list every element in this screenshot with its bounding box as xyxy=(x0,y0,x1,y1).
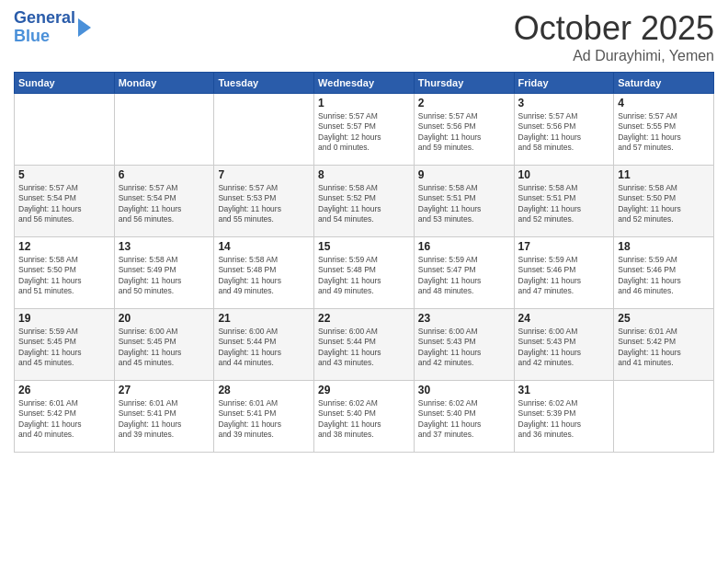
day-number: 16 xyxy=(418,240,510,253)
calendar-body: 1Sunrise: 5:57 AM Sunset: 5:57 PM Daylig… xyxy=(15,94,714,453)
day-number: 15 xyxy=(318,240,410,253)
day-cell: 1Sunrise: 5:57 AM Sunset: 5:57 PM Daylig… xyxy=(314,94,415,166)
day-cell: 3Sunrise: 5:57 AM Sunset: 5:56 PM Daylig… xyxy=(514,94,614,166)
day-info: Sunrise: 6:01 AM Sunset: 5:41 PM Dayligh… xyxy=(218,398,310,441)
day-cell: 24Sunrise: 6:00 AM Sunset: 5:43 PM Dayli… xyxy=(514,309,614,381)
day-number: 6 xyxy=(119,168,210,181)
day-info: Sunrise: 5:57 AM Sunset: 5:54 PM Dayligh… xyxy=(18,183,110,225)
day-info: Sunrise: 6:01 AM Sunset: 5:42 PM Dayligh… xyxy=(618,327,710,369)
day-cell: 18Sunrise: 5:59 AM Sunset: 5:46 PM Dayli… xyxy=(614,237,714,309)
day-info: Sunrise: 5:58 AM Sunset: 5:49 PM Dayligh… xyxy=(119,255,210,297)
col-wednesday: Wednesday xyxy=(314,73,415,94)
day-info: Sunrise: 5:59 AM Sunset: 5:45 PM Dayligh… xyxy=(18,327,110,369)
day-info: Sunrise: 5:58 AM Sunset: 5:51 PM Dayligh… xyxy=(418,183,510,225)
day-info: Sunrise: 6:00 AM Sunset: 5:43 PM Dayligh… xyxy=(518,327,610,369)
day-cell xyxy=(114,94,214,166)
day-info: Sunrise: 6:02 AM Sunset: 5:40 PM Dayligh… xyxy=(418,398,510,441)
day-number: 12 xyxy=(18,240,110,253)
day-info: Sunrise: 6:01 AM Sunset: 5:41 PM Dayligh… xyxy=(119,398,210,441)
day-cell: 28Sunrise: 6:01 AM Sunset: 5:41 PM Dayli… xyxy=(214,381,314,453)
day-cell: 20Sunrise: 6:00 AM Sunset: 5:45 PM Dayli… xyxy=(114,309,214,381)
day-info: Sunrise: 5:58 AM Sunset: 5:51 PM Dayligh… xyxy=(518,183,610,225)
day-info: Sunrise: 6:00 AM Sunset: 5:44 PM Dayligh… xyxy=(218,327,310,369)
day-number: 8 xyxy=(318,168,410,181)
day-cell: 7Sunrise: 5:57 AM Sunset: 5:53 PM Daylig… xyxy=(214,166,314,237)
day-info: Sunrise: 5:57 AM Sunset: 5:57 PM Dayligh… xyxy=(318,111,410,154)
logo: General Blue xyxy=(14,9,91,46)
day-number: 22 xyxy=(318,312,410,325)
day-number: 25 xyxy=(618,312,710,325)
day-number: 1 xyxy=(318,97,410,109)
week-row-1: 1Sunrise: 5:57 AM Sunset: 5:57 PM Daylig… xyxy=(15,94,714,166)
day-number: 14 xyxy=(218,240,310,253)
day-info: Sunrise: 5:57 AM Sunset: 5:54 PM Dayligh… xyxy=(119,183,210,225)
day-cell: 31Sunrise: 6:02 AM Sunset: 5:39 PM Dayli… xyxy=(514,381,614,453)
col-sunday: Sunday xyxy=(15,73,115,94)
day-number: 28 xyxy=(218,384,310,396)
day-cell: 17Sunrise: 5:59 AM Sunset: 5:46 PM Dayli… xyxy=(514,237,614,309)
calendar-table: Sunday Monday Tuesday Wednesday Thursday… xyxy=(14,72,714,453)
col-thursday: Thursday xyxy=(414,73,514,94)
day-cell xyxy=(614,381,714,453)
day-info: Sunrise: 5:59 AM Sunset: 5:47 PM Dayligh… xyxy=(418,255,510,297)
day-number: 27 xyxy=(119,384,210,396)
logo-arrow-icon xyxy=(78,18,91,37)
day-number: 31 xyxy=(518,384,610,396)
day-info: Sunrise: 5:57 AM Sunset: 5:56 PM Dayligh… xyxy=(518,111,610,154)
day-cell: 22Sunrise: 6:00 AM Sunset: 5:44 PM Dayli… xyxy=(314,309,415,381)
day-number: 19 xyxy=(18,312,110,325)
week-row-5: 26Sunrise: 6:01 AM Sunset: 5:42 PM Dayli… xyxy=(15,381,714,453)
day-cell: 13Sunrise: 5:58 AM Sunset: 5:49 PM Dayli… xyxy=(114,237,214,309)
calendar-header: Sunday Monday Tuesday Wednesday Thursday… xyxy=(15,73,714,94)
day-info: Sunrise: 6:00 AM Sunset: 5:45 PM Dayligh… xyxy=(119,327,210,369)
week-row-3: 12Sunrise: 5:58 AM Sunset: 5:50 PM Dayli… xyxy=(15,237,714,309)
day-info: Sunrise: 5:57 AM Sunset: 5:53 PM Dayligh… xyxy=(218,183,310,225)
day-info: Sunrise: 5:59 AM Sunset: 5:46 PM Dayligh… xyxy=(618,255,710,297)
day-info: Sunrise: 5:59 AM Sunset: 5:46 PM Dayligh… xyxy=(518,255,610,297)
day-cell: 25Sunrise: 6:01 AM Sunset: 5:42 PM Dayli… xyxy=(614,309,714,381)
day-number: 7 xyxy=(218,168,310,181)
day-number: 2 xyxy=(418,97,510,109)
day-number: 29 xyxy=(318,384,410,396)
week-row-4: 19Sunrise: 5:59 AM Sunset: 5:45 PM Dayli… xyxy=(15,309,714,381)
day-cell: 23Sunrise: 6:00 AM Sunset: 5:43 PM Dayli… xyxy=(414,309,514,381)
day-cell: 5Sunrise: 5:57 AM Sunset: 5:54 PM Daylig… xyxy=(15,166,115,237)
day-number: 5 xyxy=(18,168,110,181)
day-info: Sunrise: 5:59 AM Sunset: 5:48 PM Dayligh… xyxy=(318,255,410,297)
day-number: 3 xyxy=(518,97,610,109)
day-number: 30 xyxy=(418,384,510,396)
day-number: 4 xyxy=(618,97,710,109)
col-monday: Monday xyxy=(114,73,214,94)
day-cell: 6Sunrise: 5:57 AM Sunset: 5:54 PM Daylig… xyxy=(114,166,214,237)
day-info: Sunrise: 6:02 AM Sunset: 5:39 PM Dayligh… xyxy=(518,398,610,441)
day-cell: 15Sunrise: 5:59 AM Sunset: 5:48 PM Dayli… xyxy=(314,237,415,309)
day-info: Sunrise: 6:00 AM Sunset: 5:43 PM Dayligh… xyxy=(418,327,510,369)
day-number: 11 xyxy=(618,168,710,181)
col-tuesday: Tuesday xyxy=(214,73,314,94)
day-info: Sunrise: 6:01 AM Sunset: 5:42 PM Dayligh… xyxy=(18,398,110,441)
day-info: Sunrise: 5:58 AM Sunset: 5:52 PM Dayligh… xyxy=(318,183,410,225)
day-cell: 27Sunrise: 6:01 AM Sunset: 5:41 PM Dayli… xyxy=(114,381,214,453)
col-friday: Friday xyxy=(514,73,614,94)
day-cell: 4Sunrise: 5:57 AM Sunset: 5:55 PM Daylig… xyxy=(614,94,714,166)
day-number: 9 xyxy=(418,168,510,181)
day-number: 13 xyxy=(119,240,210,253)
day-cell: 2Sunrise: 5:57 AM Sunset: 5:56 PM Daylig… xyxy=(414,94,514,166)
logo-line1: General xyxy=(14,9,75,28)
day-cell: 29Sunrise: 6:02 AM Sunset: 5:40 PM Dayli… xyxy=(314,381,415,453)
day-cell: 26Sunrise: 6:01 AM Sunset: 5:42 PM Dayli… xyxy=(15,381,115,453)
col-saturday: Saturday xyxy=(614,73,714,94)
page: General Blue October 2025 Ad Durayhimi, … xyxy=(0,0,728,563)
day-info: Sunrise: 5:58 AM Sunset: 5:48 PM Dayligh… xyxy=(218,255,310,297)
day-info: Sunrise: 5:57 AM Sunset: 5:56 PM Dayligh… xyxy=(418,111,510,154)
day-number: 24 xyxy=(518,312,610,325)
day-cell: 8Sunrise: 5:58 AM Sunset: 5:52 PM Daylig… xyxy=(314,166,415,237)
day-number: 17 xyxy=(518,240,610,253)
week-row-2: 5Sunrise: 5:57 AM Sunset: 5:54 PM Daylig… xyxy=(15,166,714,237)
day-cell: 30Sunrise: 6:02 AM Sunset: 5:40 PM Dayli… xyxy=(414,381,514,453)
day-cell: 14Sunrise: 5:58 AM Sunset: 5:48 PM Dayli… xyxy=(214,237,314,309)
day-number: 10 xyxy=(518,168,610,181)
day-number: 21 xyxy=(218,312,310,325)
day-cell: 12Sunrise: 5:58 AM Sunset: 5:50 PM Dayli… xyxy=(15,237,115,309)
month-title: October 2025 xyxy=(514,9,714,48)
